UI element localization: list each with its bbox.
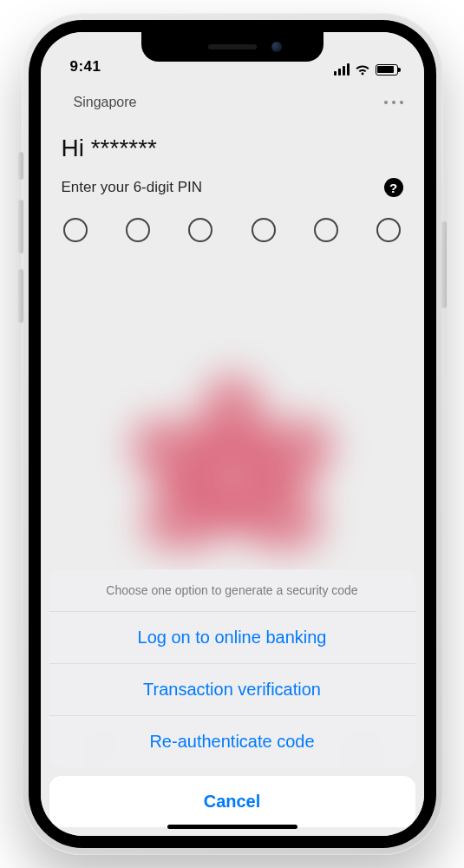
status-icons [334,63,398,76]
greeting-text: Hi ******* [62,135,403,162]
pin-dot [63,218,88,242]
option-reauthenticate-code[interactable]: Re-authenticate code [49,716,415,767]
device-bezel: 9:41 Singapore [29,20,436,848]
pin-dot [376,218,401,242]
status-time: 9:41 [70,58,101,76]
pin-dot [314,218,338,242]
front-camera [271,42,282,52]
help-icon[interactable]: ? [384,178,403,197]
pin-dot [252,218,276,242]
action-sheet: Choose one option to generate a security… [41,569,424,836]
app-content: Singapore Hi ******* Enter your 6-digit … [41,77,424,242]
device-frame: 9:41 Singapore [22,13,443,855]
pin-input[interactable] [62,218,403,242]
action-sheet-title: Choose one option to generate a security… [49,569,415,612]
app-header: Singapore [62,89,403,135]
action-sheet-options-group: Choose one option to generate a security… [49,569,415,767]
more-icon[interactable] [384,101,403,104]
brand-logo-blur [120,371,345,562]
cancel-button[interactable]: Cancel [49,776,415,827]
volume-up-button [18,200,23,253]
home-indicator[interactable] [167,825,297,829]
pin-dot [126,218,150,242]
volume-down-button [18,269,23,323]
option-log-on-online-banking[interactable]: Log on to online banking [49,612,415,664]
pin-prompt: Enter your 6-digit PIN [62,179,203,196]
option-transaction-verification[interactable]: Transaction verification [49,664,415,716]
location-label[interactable]: Singapore [74,95,137,110]
pin-prompt-row: Enter your 6-digit PIN ? [62,178,403,197]
wifi-icon [355,63,370,76]
battery-icon [376,64,398,76]
speaker-grille [208,44,257,49]
cellular-signal-icon [334,63,350,76]
mute-switch [18,152,23,180]
device-notch [141,32,323,62]
pin-dot [188,218,212,242]
screen: 9:41 Singapore [41,32,424,836]
power-button [441,221,447,308]
